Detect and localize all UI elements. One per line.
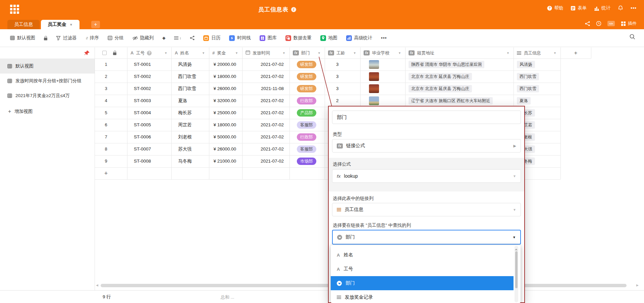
address-chip[interactable]: 北京市 北京市 延庆县 万梅山庄 — [409, 73, 472, 80]
dept-tag[interactable]: 客服部 — [297, 121, 316, 129]
row-number[interactable]: 7 — [95, 131, 117, 143]
cell-employee_id[interactable]: ST-0002 — [134, 83, 151, 95]
cell-employee_id[interactable]: ST-0005 — [134, 119, 151, 131]
link-column-select[interactable]: 员工信息 ▼ — [332, 203, 521, 216]
row-number[interactable]: 9 — [95, 155, 117, 167]
address-chip[interactable]: 辽宁省 大连市 旅顺口区 西虹市火车站附近 — [409, 97, 493, 104]
employee_link-chip[interactable]: 西门吹雪 — [517, 85, 539, 92]
school-photo-thumbnail[interactable] — [369, 84, 379, 93]
scroll-up-arrow[interactable] — [515, 247, 518, 250]
cell-name[interactable]: 风清扬 — [178, 58, 192, 71]
field-type-select[interactable]: fx 链接公式 ▶ — [332, 139, 521, 153]
column-header-school_photo[interactable]: fx 毕业学校 — [364, 47, 402, 58]
cell-years[interactable]: 3 — [336, 83, 339, 95]
header-select-all[interactable] — [102, 47, 116, 58]
school-photo-thumbnail[interactable] — [369, 60, 379, 69]
cell-bonus[interactable]: ¥ 26000.00 — [209, 83, 236, 95]
school-photo-thumbnail[interactable] — [369, 96, 379, 105]
cell-pay_date[interactable]: 2021-07-02 — [242, 155, 284, 167]
column-menu-caret[interactable]: ▼ — [398, 51, 401, 55]
column-menu-caret[interactable]: ▼ — [318, 51, 321, 55]
address-chip[interactable]: 陕西省 渭南市 华阴市 华山思过崖后洞 — [409, 61, 484, 68]
cell-employee_id[interactable]: ST-0008 — [134, 155, 151, 167]
dropdown-option-1[interactable]: A工号 — [331, 262, 514, 276]
column-menu-caret[interactable]: ▼ — [353, 51, 356, 55]
employee_link-chip[interactable]: 西门吹雪 — [517, 73, 539, 80]
help-icon[interactable]: ? — [147, 51, 152, 55]
cell-employee_id[interactable]: ST-0006 — [134, 131, 151, 143]
add-record-button[interactable]: + — [95, 167, 117, 179]
dept-tag[interactable]: 客服部 — [297, 145, 316, 153]
dept-tag[interactable]: 行政部 — [297, 133, 316, 141]
cell-bonus[interactable]: ¥ 21000.00 — [209, 155, 236, 167]
sidebar-view-item-2[interactable]: 2021年7月奖金≥2万且≤4万 — [0, 88, 95, 103]
employee_link-chip[interactable]: 风清扬 — [517, 61, 535, 68]
dropdown-scrollbar-thumb[interactable] — [515, 251, 518, 288]
add-field-button[interactable]: + — [560, 47, 591, 58]
cell-pay_date[interactable]: 2021-07-02 — [242, 58, 284, 71]
cell-employee_id[interactable]: ST-0002 — [134, 71, 151, 83]
cell-name[interactable]: 苏大强 — [178, 143, 192, 155]
row-number[interactable]: 2 — [95, 71, 117, 83]
scroll-left-arrow[interactable]: ◀ — [96, 284, 98, 287]
cell-pay_date[interactable]: 2021-11-08 — [242, 83, 284, 95]
cell-name[interactable]: 西门吹雪 — [178, 83, 196, 95]
pin-icon[interactable] — [84, 50, 90, 56]
row-number[interactable]: 1 — [95, 58, 117, 71]
cell-employee_id[interactable]: ST-0004 — [134, 107, 151, 119]
cell-pay_date[interactable]: 2021-07-02 — [242, 119, 284, 131]
scroll-right-arrow[interactable]: ▶ — [636, 284, 639, 287]
column-header-address[interactable]: fx 籍贯地址 — [409, 47, 510, 58]
cell-bonus[interactable]: ¥ 50000.00 — [209, 131, 236, 143]
cell-bonus[interactable]: ¥ 26000.00 — [209, 143, 236, 155]
cell-bonus[interactable]: ¥ 18000.00 — [209, 71, 236, 83]
column-menu-caret[interactable]: ▼ — [202, 51, 205, 55]
column-menu-caret[interactable]: ▼ — [553, 51, 556, 55]
dept-tag[interactable]: 行政部 — [297, 97, 316, 104]
column-header-pay_date[interactable]: 发放时间 — [246, 47, 286, 58]
row-number[interactable]: 8 — [95, 143, 117, 155]
row-number[interactable]: 3 — [95, 83, 117, 95]
cell-bonus[interactable]: ¥ 20000.00 — [209, 58, 236, 71]
cell-pay_date[interactable]: 2021-07-02 — [242, 107, 284, 119]
cell-name[interactable]: 刘老根 — [178, 131, 192, 143]
cell-years[interactable]: 2 — [336, 95, 339, 107]
column-menu-caret[interactable]: ▼ — [235, 51, 238, 55]
cell-name[interactable]: 西门吹雪 — [178, 71, 196, 83]
cell-pay_date[interactable]: 2021-07-02 — [242, 95, 284, 107]
dept-tag[interactable]: 研发部 — [297, 61, 316, 68]
cell-pay_date[interactable]: 2021-07-02 — [242, 131, 284, 143]
dept-tag[interactable]: 市场部 — [297, 158, 316, 165]
cell-bonus[interactable]: ¥ 18000.00 — [209, 119, 236, 131]
column-header-employee_link[interactable]: 员工信息 — [517, 47, 557, 58]
column-header-years[interactable]: fx 工龄 — [328, 47, 357, 58]
cell-pay_date[interactable]: 2021-07-02 — [242, 143, 284, 155]
row-number[interactable]: 5 — [95, 107, 117, 119]
column-menu-caret[interactable]: ▼ — [506, 51, 509, 55]
column-menu-caret[interactable]: ▼ — [282, 51, 285, 55]
summary-sum[interactable]: 总和 ... — [221, 294, 234, 300]
employee_link-chip[interactable]: 夏洛 — [517, 97, 531, 104]
cell-name[interactable]: 马冬梅 — [178, 155, 192, 167]
column-header-employee_id[interactable]: A 工号 ? — [130, 47, 168, 58]
cell-years[interactable]: 3 — [336, 58, 339, 71]
cell-years[interactable]: 3 — [336, 71, 339, 83]
column-header-name[interactable]: A 姓名 — [175, 47, 206, 58]
dept-tag[interactable]: 研发部 — [297, 85, 316, 92]
column-header-dept[interactable]: fx 部门 — [293, 47, 321, 58]
column-menu-caret[interactable]: ▼ — [164, 51, 167, 55]
cell-name[interactable]: 梅长苏 — [178, 107, 192, 119]
cell-pay_date[interactable]: 2021-07-02 — [242, 71, 284, 83]
row-number[interactable]: 4 — [95, 95, 117, 107]
dept-tag[interactable]: 研发部 — [297, 73, 316, 80]
dropdown-option-3[interactable]: 发放奖金记录 — [331, 290, 514, 303]
formula-select[interactable]: fx lookup ▼ — [332, 169, 521, 183]
sidebar-view-item-0[interactable]: 默认视图 — [0, 59, 95, 74]
field-name-input[interactable] — [332, 111, 521, 124]
cell-bonus[interactable]: ¥ 25000.00 — [209, 107, 236, 119]
row-number[interactable]: 6 — [95, 119, 117, 131]
cell-name[interactable]: 夏洛 — [178, 95, 187, 107]
cell-employee_id[interactable]: ST-0007 — [134, 143, 151, 155]
sidebar-view-item-1[interactable]: 发放时间按年月分组+按部门分组 — [0, 74, 95, 88]
cell-bonus[interactable]: ¥ 32000.00 — [209, 95, 236, 107]
